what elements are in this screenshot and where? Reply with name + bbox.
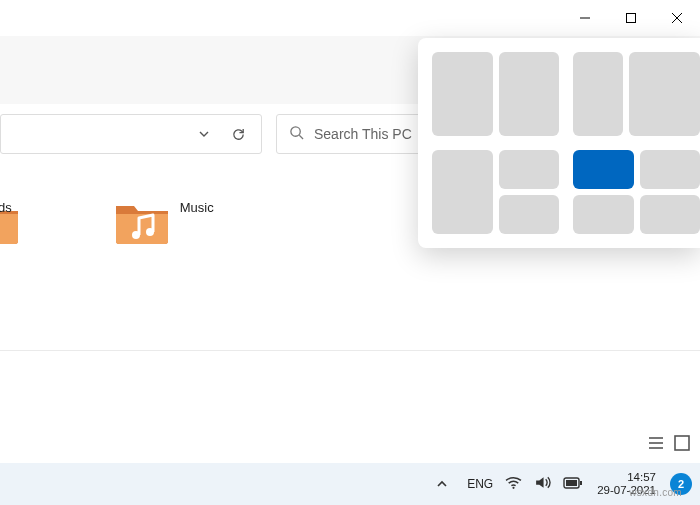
watermark: wsxdn.com xyxy=(629,487,682,498)
snap-layout-4060[interactable] xyxy=(573,52,700,136)
music-folder[interactable]: Music xyxy=(114,200,214,246)
snap-cell-selected[interactable] xyxy=(573,150,634,189)
battery-icon[interactable] xyxy=(563,477,583,492)
time-label: 14:57 xyxy=(597,471,656,484)
snap-cell[interactable] xyxy=(573,195,634,234)
snap-layout-quadrant[interactable] xyxy=(573,150,700,234)
svg-point-12 xyxy=(513,487,515,489)
volume-icon[interactable] xyxy=(534,474,551,494)
list-view-icon[interactable] xyxy=(648,435,664,455)
address-bar[interactable] xyxy=(0,114,262,154)
window-titlebar xyxy=(0,0,700,36)
downloads-folder[interactable]: ds xyxy=(0,200,44,246)
close-button[interactable] xyxy=(654,0,700,36)
snap-cell[interactable] xyxy=(573,52,623,136)
maximize-button[interactable] xyxy=(608,0,654,36)
snap-cell[interactable] xyxy=(629,52,700,136)
music-folder-icon xyxy=(114,200,170,246)
folder-label: Music xyxy=(180,200,214,215)
language-indicator[interactable]: ENG xyxy=(467,477,493,491)
tray-overflow-icon[interactable] xyxy=(429,478,455,490)
snap-cell[interactable] xyxy=(640,195,701,234)
snap-cell[interactable] xyxy=(432,150,493,234)
svg-point-4 xyxy=(291,127,300,136)
svg-rect-1 xyxy=(627,14,636,23)
snap-layouts-flyout xyxy=(418,38,700,248)
svg-line-5 xyxy=(299,135,303,139)
chevron-down-icon[interactable] xyxy=(187,128,221,140)
svg-rect-15 xyxy=(580,481,582,485)
snap-cell[interactable] xyxy=(432,52,493,136)
snap-cell[interactable] xyxy=(499,150,560,189)
snap-cell[interactable] xyxy=(499,52,560,136)
svg-rect-11 xyxy=(675,436,689,450)
search-placeholder: Search This PC xyxy=(314,126,412,142)
snap-layout-50-25-25[interactable] xyxy=(432,150,559,234)
refresh-icon[interactable] xyxy=(221,127,255,142)
separator xyxy=(0,350,700,351)
wifi-icon[interactable] xyxy=(505,474,522,494)
tiles-view-icon[interactable] xyxy=(674,435,690,455)
view-switcher xyxy=(648,435,690,455)
taskbar: ENG 14:57 29-07-2021 2 xyxy=(0,463,700,505)
minimize-button[interactable] xyxy=(562,0,608,36)
snap-cell[interactable] xyxy=(640,150,701,189)
system-tray: ENG xyxy=(429,474,583,494)
folder-label: ds xyxy=(0,200,12,215)
search-icon xyxy=(289,125,304,143)
snap-layout-5050[interactable] xyxy=(432,52,559,136)
snap-cell[interactable] xyxy=(499,195,560,234)
svg-rect-14 xyxy=(566,480,577,486)
